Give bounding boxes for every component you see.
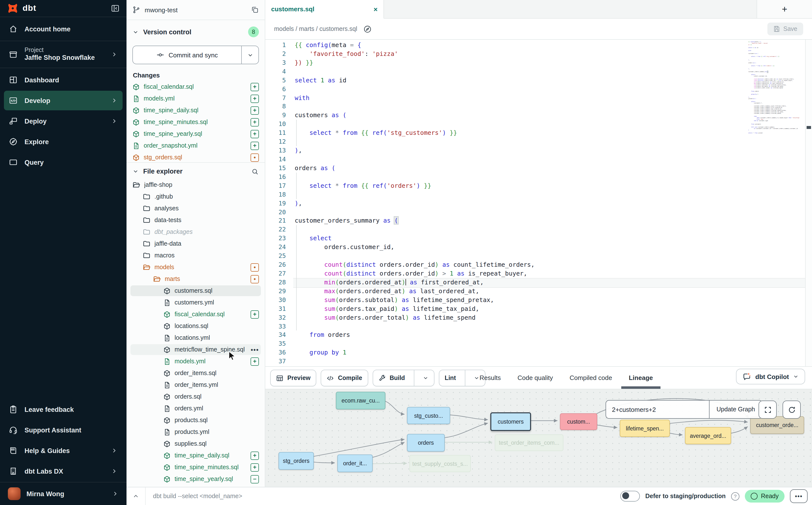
lineage-node-order-items[interactable]: order_it... bbox=[337, 455, 373, 472]
compile-button[interactable]: Compile bbox=[321, 370, 368, 386]
stage-file-icon[interactable]: + bbox=[251, 130, 259, 138]
lineage-node-average-order[interactable]: average_ord... bbox=[685, 427, 731, 444]
new-tab-button[interactable]: + bbox=[757, 0, 812, 18]
results-tab-results[interactable]: Results bbox=[480, 374, 501, 381]
sidebar-item-develop[interactable]: Develop bbox=[4, 91, 123, 110]
lineage-node-ecom-raw[interactable]: ecom.raw_cu... bbox=[336, 392, 385, 409]
more-options-button[interactable]: ••• bbox=[790, 489, 808, 503]
results-tab-lineage[interactable]: Lineage bbox=[629, 374, 653, 381]
change-item-fiscal_calendar.sql[interactable]: fiscal_calendar.sql+ bbox=[130, 81, 261, 92]
results-tab-code-quality[interactable]: Code quality bbox=[517, 374, 553, 381]
sidebar-item-dbt-labs-dx[interactable]: dbt Labs DX bbox=[4, 461, 123, 481]
sidebar-item-leave-feedback[interactable]: Leave feedback bbox=[4, 399, 123, 419]
stage-file-icon[interactable]: + bbox=[251, 95, 259, 103]
sidebar-item-support-assistant[interactable]: Support Assistant bbox=[4, 420, 123, 440]
stage-file-icon[interactable]: + bbox=[251, 310, 259, 318]
scrollbar-thumb[interactable] bbox=[807, 126, 811, 129]
file-options-icon[interactable]: ••• bbox=[251, 346, 259, 353]
preview-button[interactable]: Preview bbox=[270, 370, 317, 386]
copy-icon[interactable] bbox=[251, 6, 259, 14]
change-item-stg_orders.sql[interactable]: stg_orders.sql• bbox=[130, 152, 261, 162]
tree-item-marts[interactable]: marts• bbox=[130, 274, 261, 284]
tree-item-orders.yml[interactable]: orders.yml bbox=[130, 403, 261, 414]
lineage-node-lifetime-spend[interactable]: lifetime_spen... bbox=[620, 420, 670, 437]
tree-item-locations.sql[interactable]: locations.sql bbox=[130, 321, 261, 331]
stage-file-icon[interactable]: + bbox=[251, 451, 259, 460]
dbt-copilot-button[interactable]: dbt Copilot bbox=[736, 369, 805, 384]
change-item-models.yml[interactable]: models.yml+ bbox=[130, 93, 261, 104]
sidebar-item-query[interactable]: Query bbox=[4, 153, 123, 172]
tree-item-customers.yml[interactable]: customers.yml bbox=[130, 297, 261, 308]
file-explorer-header[interactable]: File explorer bbox=[127, 162, 265, 180]
lineage-node-test-supply[interactable]: test_supply_costs_s... bbox=[410, 455, 471, 472]
expand-command-bar-icon[interactable] bbox=[127, 487, 146, 505]
sidebar-item-help-guides[interactable]: Help & Guides bbox=[4, 441, 123, 460]
results-tab-compiled-code[interactable]: Compiled code bbox=[570, 374, 612, 381]
command-input[interactable]: dbt build --select <model_name> bbox=[146, 493, 242, 500]
tree-item-products.sql[interactable]: products.sql bbox=[130, 415, 261, 426]
editor-scrollbar[interactable] bbox=[805, 40, 812, 366]
stage-file-icon[interactable]: + bbox=[251, 142, 259, 150]
lineage-node-test-order-items[interactable]: test_order_items_com... bbox=[495, 435, 563, 451]
modified-indicator-icon[interactable]: • bbox=[251, 153, 259, 162]
tree-item-.github[interactable]: .github bbox=[130, 191, 261, 202]
change-item-time_spine_daily.sql[interactable]: time_spine_daily.sql+ bbox=[130, 105, 261, 116]
tree-item-locations.yml[interactable]: locations.yml bbox=[130, 332, 261, 343]
lineage-node-orders[interactable]: orders bbox=[407, 434, 445, 452]
lineage-compass-icon[interactable] bbox=[363, 25, 371, 33]
tree-item-macros[interactable]: macros bbox=[130, 250, 261, 261]
tree-item-data-tests[interactable]: data-tests bbox=[130, 215, 261, 225]
tree-item-jaffle-data[interactable]: jaffle-data bbox=[130, 238, 261, 249]
tree-item-models[interactable]: models• bbox=[130, 262, 261, 273]
tree-item-metricflow_time_spine.sql[interactable]: metricflow_time_spine.sql••• bbox=[130, 344, 261, 355]
tree-item-orders.sql[interactable]: orders.sql bbox=[130, 391, 261, 402]
lineage-node-customers-metric[interactable]: custom... bbox=[560, 413, 597, 430]
stage-file-icon[interactable]: + bbox=[251, 357, 259, 365]
tree-item-supplies.sql[interactable]: supplies.sql bbox=[130, 438, 261, 449]
lineage-node-customer-orders[interactable]: customer_orde... bbox=[750, 416, 804, 434]
tree-item-order_items.yml[interactable]: order_items.yml bbox=[130, 379, 261, 390]
tree-item-dbt_packages[interactable]: dbt_packages bbox=[130, 226, 261, 237]
modified-indicator-icon[interactable]: • bbox=[251, 263, 259, 272]
tree-item-order_items.sql[interactable]: order_items.sql bbox=[130, 368, 261, 378]
save-button[interactable]: Save bbox=[767, 23, 803, 35]
stage-file-icon[interactable]: + bbox=[251, 463, 259, 471]
code-content[interactable]: {{ config(meta = { 'favorite_food': 'piz… bbox=[295, 41, 805, 366]
lineage-node-customers[interactable]: customers bbox=[490, 412, 531, 431]
fullscreen-button[interactable] bbox=[759, 400, 777, 419]
sidebar-item-dashboard[interactable]: Dashboard bbox=[4, 70, 123, 90]
tab-customers-sql[interactable]: customers.sql × bbox=[265, 0, 384, 19]
search-icon[interactable] bbox=[251, 167, 259, 175]
user-menu[interactable]: Mirna Wong bbox=[0, 482, 127, 505]
code-editor[interactable]: 1234567891011121314151617181920212223242… bbox=[265, 40, 812, 366]
sidebar-item-explore[interactable]: Explore bbox=[4, 132, 123, 152]
stage-file-icon[interactable]: + bbox=[251, 106, 259, 115]
lineage-selector-input[interactable]: 2+customers+2 bbox=[606, 400, 709, 418]
tree-item-time_spine_daily.sql[interactable]: time_spine_daily.sql+ bbox=[130, 450, 261, 461]
tree-item-jaffle-shop[interactable]: jaffle-shop bbox=[130, 179, 261, 190]
tree-item-time_spine_yearly.sql[interactable]: time_spine_yearly.sql− bbox=[130, 474, 261, 484]
tree-item-time_spine_minutes.sql[interactable]: time_spine_minutes.sql+ bbox=[130, 462, 261, 473]
build-button[interactable]: Build bbox=[372, 370, 435, 386]
stage-file-icon[interactable]: + bbox=[251, 82, 259, 91]
lineage-canvas[interactable]: ecom.raw_cu...stg_custo...customerscusto… bbox=[265, 389, 812, 487]
change-item-time_spine_minutes.sql[interactable]: time_spine_minutes.sql+ bbox=[130, 117, 261, 128]
change-item-time_spine_yearly.sql[interactable]: time_spine_yearly.sql+ bbox=[130, 129, 261, 139]
help-icon[interactable]: ? bbox=[731, 492, 740, 500]
build-options-dropdown[interactable] bbox=[418, 375, 429, 381]
lint-options-dropdown[interactable] bbox=[469, 375, 480, 381]
collapse-sidebar-icon[interactable] bbox=[111, 4, 120, 13]
modified-indicator-icon[interactable]: • bbox=[251, 275, 259, 283]
unstage-file-icon[interactable]: − bbox=[251, 475, 259, 483]
commit-options-dropdown[interactable] bbox=[242, 46, 259, 64]
close-tab-icon[interactable]: × bbox=[374, 5, 377, 13]
commit-and-sync-button[interactable]: Commit and sync bbox=[132, 46, 259, 64]
defer-toggle[interactable] bbox=[620, 491, 640, 502]
tree-item-fiscal_calendar.sql[interactable]: fiscal_calendar.sql+ bbox=[130, 309, 261, 320]
tree-item-customers.sql[interactable]: customers.sql bbox=[130, 285, 261, 296]
tree-item-products.yml[interactable]: products.yml bbox=[130, 427, 261, 437]
version-control-header[interactable]: Version control 8 bbox=[127, 23, 265, 40]
stage-file-icon[interactable]: + bbox=[251, 118, 259, 126]
sidebar-item-project[interactable]: ProjectJaffle Shop Snowflake bbox=[4, 43, 123, 66]
sidebar-item-deploy[interactable]: Deploy bbox=[4, 111, 123, 131]
